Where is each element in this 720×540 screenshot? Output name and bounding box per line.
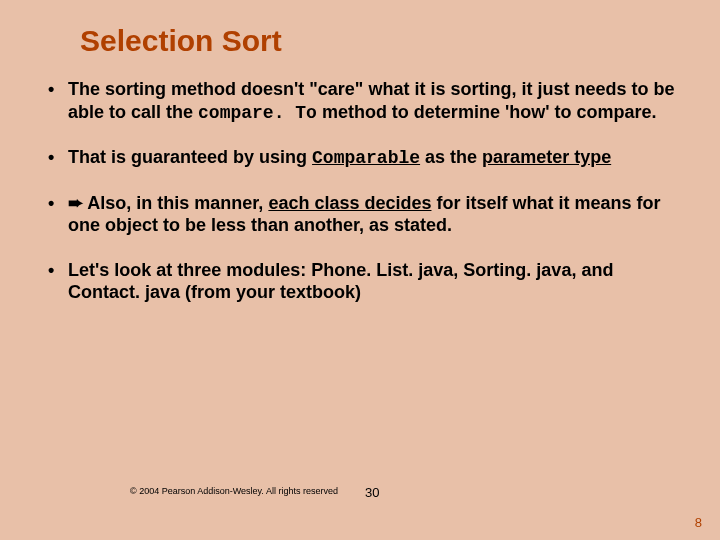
bullet-2-text-b: as the [420, 147, 482, 167]
bullet-list: The sorting method doesn't "care" what i… [40, 78, 680, 304]
footer: © 2004 Pearson Addison-Wesley. All right… [0, 480, 720, 498]
slide-number: 30 [365, 485, 379, 500]
bullet-1-text-b: method to determine 'how' to compare. [317, 102, 657, 122]
arrow-icon: ➨ [68, 193, 83, 213]
bullet-4-text: Let's look at three modules: Phone. List… [68, 260, 613, 303]
bullet-3-underline: each class decides [268, 193, 431, 213]
bullet-2-code: Comparable [312, 148, 420, 168]
slide-title: Selection Sort [80, 24, 680, 58]
slide-body: Selection Sort The sorting method doesn'… [0, 0, 720, 346]
bullet-3-text-a: Also, in this manner, [83, 193, 268, 213]
bullet-1: The sorting method doesn't "care" what i… [40, 78, 680, 124]
bullet-2-underline: parameter type [482, 147, 611, 167]
bullet-1-code: compare. To [198, 103, 317, 123]
bullet-4: Let's look at three modules: Phone. List… [40, 259, 680, 304]
bullet-3: ➨ Also, in this manner, each class decid… [40, 192, 680, 237]
bullet-2: That is guaranteed by using Comparable a… [40, 146, 680, 170]
bullet-2-text-a: That is guaranteed by using [68, 147, 312, 167]
page-number: 8 [695, 515, 702, 530]
copyright-text: © 2004 Pearson Addison-Wesley. All right… [130, 486, 338, 496]
